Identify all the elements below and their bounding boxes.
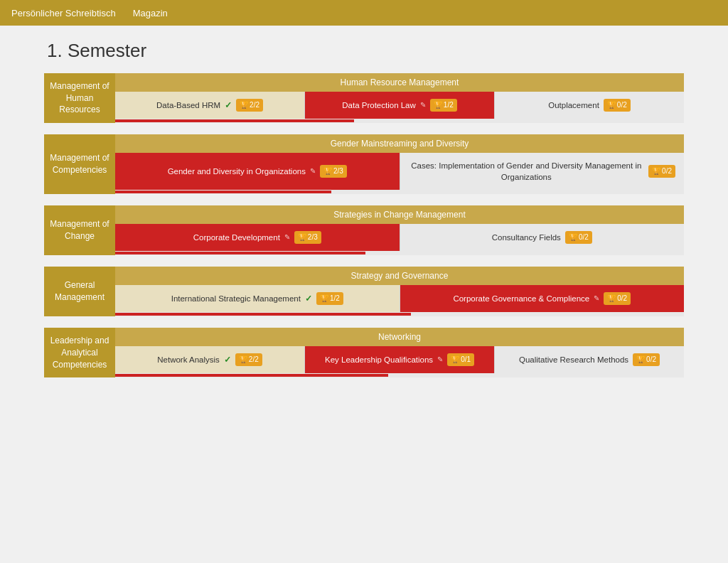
checkmark-icon: ✓ (224, 354, 231, 365)
badge-3-1: 🏆0/2 (604, 292, 631, 305)
main-content: 1. Semester Management of Human Resource… (16, 26, 712, 410)
trophy-icon: 🏆 (240, 100, 248, 110)
progress-bar-4 (115, 374, 388, 377)
trophy-icon: 🏆 (298, 232, 306, 242)
badge-text: 0/2 (617, 100, 627, 110)
nav-magazin[interactable]: Magazin (133, 8, 168, 18)
module-name-0-1: Data Protection Law (342, 100, 416, 111)
module-name-4-2: Qualitative Research Methods (519, 354, 628, 365)
badge-text: 1/2 (330, 294, 340, 304)
badge-text: 2/3 (308, 232, 318, 242)
module-name-2-0: Corporate Development (193, 232, 280, 243)
modules-row-3: International Strategic Management ✓🏆1/2… (115, 285, 684, 312)
module-name-3-1: Corporate Governance & Complience (453, 293, 589, 304)
category-header-3: Strategy and Governance (115, 267, 684, 285)
badge-0-0: 🏆2/2 (236, 99, 263, 112)
trophy-icon: 🏆 (451, 355, 459, 365)
module-name-1-0: Gender and Diversity in Organizations (168, 166, 306, 177)
badge-1-1: 🏆0/2 (648, 165, 675, 178)
row-label-1: Management of Competencies (44, 134, 115, 194)
badge-text: 2/2 (249, 355, 259, 365)
trophy-icon: 🏆 (652, 166, 660, 176)
checkmark-icon: ✓ (305, 293, 312, 304)
row-content-2: Strategies in Change ManagementCorporate… (115, 205, 684, 255)
trophy-icon: 🏆 (323, 166, 332, 176)
semester-title: 1. Semester (44, 40, 684, 62)
trophy-icon: 🏆 (434, 100, 442, 110)
badge-text: 0/2 (579, 232, 589, 242)
row-label-3: General Management (44, 267, 115, 316)
module-cell-4-0[interactable]: Network Analysis ✓🏆2/2 (115, 346, 305, 373)
module-name-0-2: Outplacement (548, 100, 599, 111)
module-cell-4-2[interactable]: Qualitative Research Methods🏆0/2 (495, 346, 684, 373)
badge-4-1: 🏆0/1 (447, 353, 474, 366)
trophy-icon: 🏆 (636, 355, 645, 365)
row-0: Management of Human ResourcesHuman Resou… (44, 73, 684, 123)
module-cell-2-0[interactable]: Corporate Development ✎🏆2/3 (115, 224, 400, 251)
badge-2-1: 🏆0/2 (565, 231, 592, 244)
badge-text: 2/2 (250, 100, 259, 110)
row-3: General ManagementStrategy and Governanc… (44, 267, 684, 316)
badge-2-0: 🏆2/3 (294, 231, 321, 244)
badge-0-1: 🏆1/2 (430, 99, 457, 112)
row-4: Leadership and Analytical CompetenciesNe… (44, 328, 684, 377)
category-header-4: Networking (115, 328, 684, 346)
module-name-2-1: Consultancy Fields (492, 232, 561, 243)
row-content-0: Human Resource ManagementData-Based HRM … (115, 73, 684, 123)
progress-row-1 (115, 190, 684, 194)
category-header-2: Strategies in Change Management (115, 205, 684, 224)
badge-1-0: 🏆2/3 (320, 165, 347, 178)
progress-bar-0 (115, 119, 354, 122)
trophy-icon: 🏆 (320, 294, 328, 304)
category-header-0: Human Resource Management (115, 73, 684, 92)
rows-container: Management of Human ResourcesHuman Resou… (44, 73, 684, 377)
edit-icon: ✎ (420, 100, 426, 110)
edit-icon: ✎ (594, 294, 599, 304)
module-cell-3-0[interactable]: International Strategic Management ✓🏆1/2 (115, 285, 400, 312)
badge-text: 0/2 (617, 294, 627, 304)
row-content-1: Gender Mainstreaming and DiversityGender… (115, 134, 684, 194)
module-cell-4-1[interactable]: Key Leadership Qualifications ✎🏆0/1 (305, 346, 495, 373)
module-name-4-1: Key Leadership Qualifications (325, 354, 433, 365)
category-header-1: Gender Mainstreaming and Diversity (115, 134, 684, 153)
badge-text: 0/2 (646, 355, 656, 365)
modules-row-2: Corporate Development ✎🏆2/3Consultancy F… (115, 224, 684, 251)
module-name-0-0: Data-Based HRM (156, 100, 220, 111)
checkmark-icon: ✓ (225, 100, 232, 111)
badge-0-2: 🏆0/2 (604, 99, 631, 112)
trophy-icon: 🏆 (569, 232, 577, 242)
trophy-icon: 🏆 (607, 100, 616, 110)
row-label-2: Management of Change (44, 205, 115, 255)
top-navigation: Persönlicher Schreibtisch Magazin (0, 0, 728, 26)
progress-row-2 (115, 251, 684, 255)
badge-text: 1/2 (444, 100, 454, 110)
badge-text: 0/2 (662, 166, 672, 176)
progress-bar-3 (115, 313, 411, 316)
modules-row-4: Network Analysis ✓🏆2/2Key Leadership Qua… (115, 346, 684, 373)
progress-bar-2 (115, 252, 365, 254)
badge-3-0: 🏆1/2 (316, 292, 343, 305)
module-cell-1-0[interactable]: Gender and Diversity in Organizations ✎🏆… (115, 153, 400, 190)
module-cell-1-1[interactable]: Cases: Implementation of Gender and Dive… (400, 153, 685, 190)
module-cell-0-1[interactable]: Data Protection Law ✎🏆1/2 (305, 92, 495, 119)
row-content-4: NetworkingNetwork Analysis ✓🏆2/2Key Lead… (115, 328, 684, 377)
row-2: Management of ChangeStrategies in Change… (44, 205, 684, 255)
module-name-3-0: International Strategic Management (171, 293, 301, 304)
progress-bar-1 (115, 191, 331, 193)
progress-row-4 (115, 373, 684, 377)
trophy-icon: 🏆 (239, 355, 247, 365)
modules-row-0: Data-Based HRM ✓🏆2/2Data Protection Law … (115, 92, 684, 119)
edit-icon: ✎ (310, 166, 316, 176)
module-cell-0-0[interactable]: Data-Based HRM ✓🏆2/2 (115, 92, 305, 119)
module-cell-3-1[interactable]: Corporate Governance & Complience ✎🏆0/2 (400, 285, 685, 312)
badge-4-2: 🏆0/2 (633, 353, 660, 366)
modules-row-1: Gender and Diversity in Organizations ✎🏆… (115, 153, 684, 190)
module-cell-2-1[interactable]: Consultancy Fields🏆0/2 (400, 224, 685, 251)
module-cell-0-2[interactable]: Outplacement🏆0/2 (495, 92, 684, 119)
row-label-4: Leadership and Analytical Competencies (44, 328, 115, 377)
badge-text: 2/3 (333, 166, 343, 176)
trophy-icon: 🏆 (607, 294, 616, 304)
badge-text: 0/1 (461, 355, 471, 365)
progress-row-0 (115, 119, 684, 123)
nav-schreibtisch[interactable]: Persönlicher Schreibtisch (11, 8, 116, 18)
